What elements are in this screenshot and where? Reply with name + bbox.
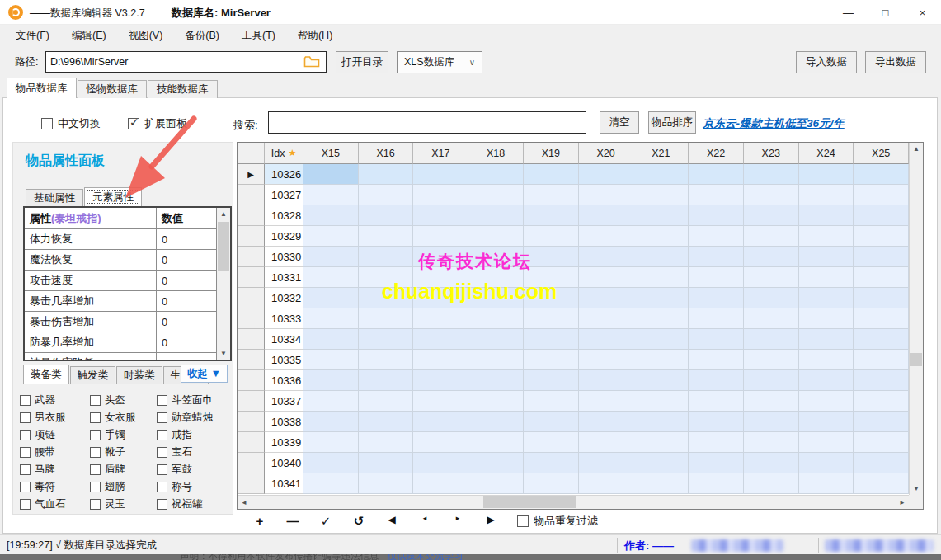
checkbox-box[interactable] [90,395,101,406]
grid-cell[interactable] [524,412,579,432]
vertical-scrollbar[interactable]: ▲ ▼ [909,143,923,495]
grid-cell[interactable] [799,226,854,247]
grid-cell[interactable] [854,185,909,205]
grid-cell[interactable] [633,329,689,350]
grid-cell[interactable] [744,205,799,226]
grid-idx-cell[interactable]: 10340 [265,453,303,473]
scroll-down-icon[interactable]: ▼ [217,347,230,360]
grid-cell[interactable] [854,226,909,247]
equipment-checkbox[interactable]: 盾牌 [90,461,157,478]
menu-item[interactable]: 帮助(H) [289,25,341,46]
grid-cell[interactable] [799,308,854,329]
grid-cell[interactable] [524,432,579,453]
nav-first-button[interactable]: ◀ [375,514,408,529]
db-tab[interactable]: 物品数据库 [7,78,77,98]
equipment-checkbox[interactable]: 勋章蜡烛 [157,409,231,426]
grid-cell[interactable] [524,164,579,185]
row-selector[interactable] [238,205,265,226]
grid-idx-cell[interactable]: 10329 [265,226,303,247]
grid-cell[interactable] [524,308,579,329]
grid-idx-cell[interactable]: 10336 [265,370,303,391]
grid-cell[interactable] [579,412,634,432]
grid-cell[interactable] [633,350,689,370]
checkbox-box[interactable] [90,482,101,492]
scroll-down-icon[interactable]: ▼ [910,482,923,495]
equipment-checkbox[interactable]: 毒符 [20,478,90,496]
maximize-button[interactable]: □ [867,0,904,25]
grid-cell[interactable] [689,473,744,494]
grid-cell[interactable] [468,226,524,247]
scrollbar-thumb[interactable] [483,496,576,508]
checkbox-box[interactable] [157,482,167,492]
menu-item[interactable]: 编辑(E) [63,25,115,46]
checkbox-box[interactable] [20,395,31,406]
selected-grid-cell[interactable] [303,164,359,185]
grid-idx-cell[interactable]: 10332 [265,288,303,308]
grid-cell[interactable] [524,453,579,473]
grid-cell[interactable] [799,247,854,267]
grid-cell[interactable] [744,391,799,412]
menu-item[interactable]: 视图(V) [120,25,172,46]
grid-cell[interactable] [744,453,799,473]
grid-cell[interactable] [799,185,854,205]
grid-cell[interactable] [359,329,414,350]
grid-cell[interactable] [413,226,468,247]
grid-cell[interactable] [633,308,689,329]
minimize-button[interactable]: — [830,0,867,25]
grid-cell[interactable] [689,185,744,205]
grid-cell[interactable] [799,329,854,350]
checkbox-box[interactable] [20,447,31,458]
grid-cell[interactable] [524,205,579,226]
grid-cell[interactable] [359,226,414,247]
grid-column-header[interactable]: X19 [524,143,579,164]
equipment-checkbox[interactable]: 军鼓 [157,461,231,478]
equipment-checkbox[interactable]: 戒指 [157,426,231,444]
equipment-checkbox[interactable]: 女衣服 [90,409,157,426]
checkbox-box[interactable] [90,430,101,440]
equipment-checkbox[interactable]: 翅膀 [90,478,157,496]
grid-cell[interactable] [468,453,524,473]
import-data-button[interactable]: 导入数据 [796,51,857,73]
grid-cell[interactable] [854,329,909,350]
equipment-checkbox[interactable]: 手镯 [90,426,157,444]
grid-cell[interactable] [303,432,359,453]
grid-cell[interactable] [468,350,524,370]
grid-cell[interactable] [633,185,689,205]
grid-cell[interactable] [524,473,579,494]
grid-cell[interactable] [468,329,524,350]
grid-cell[interactable] [689,350,744,370]
db-type-select[interactable]: XLS数据库 ∨ [397,51,482,73]
grid-cell[interactable] [744,329,799,350]
grid-cell[interactable] [579,288,634,308]
grid-cell[interactable] [689,412,744,432]
row-selector[interactable] [238,226,265,247]
grid-cell[interactable] [468,370,524,391]
grid-cell[interactable] [744,267,799,288]
nav-prior-button[interactable]: ◂ [408,514,441,529]
grid-cell[interactable] [633,453,689,473]
row-selector[interactable] [238,247,265,267]
equipment-checkbox[interactable]: 马牌 [20,461,90,478]
grid-cell[interactable] [633,164,689,185]
nav-refresh-button[interactable]: ↺ [342,514,375,529]
row-selector[interactable] [238,391,265,412]
nav-add-button[interactable]: + [243,514,276,529]
equipment-checkbox[interactable]: 腰带 [20,444,90,461]
grid-idx-cell[interactable]: 10326 [265,164,303,185]
grid-cell[interactable] [303,453,359,473]
checkbox-box[interactable] [157,447,167,458]
grid-cell[interactable] [413,473,468,494]
grid-cell[interactable] [633,473,689,494]
db-tab[interactable]: 怪物数据库 [78,80,148,98]
grid-cell[interactable] [579,350,634,370]
folder-icon[interactable] [303,54,320,68]
grid-cell[interactable] [854,164,909,185]
scrollbar-thumb[interactable] [218,222,229,271]
checkbox-box[interactable] [90,499,101,510]
grid-cell[interactable] [579,226,634,247]
grid-cell[interactable] [744,412,799,432]
grid-cell[interactable] [579,432,634,453]
grid-cell[interactable] [854,205,909,226]
grid-cell[interactable] [524,370,579,391]
grid-cell[interactable] [799,288,854,308]
